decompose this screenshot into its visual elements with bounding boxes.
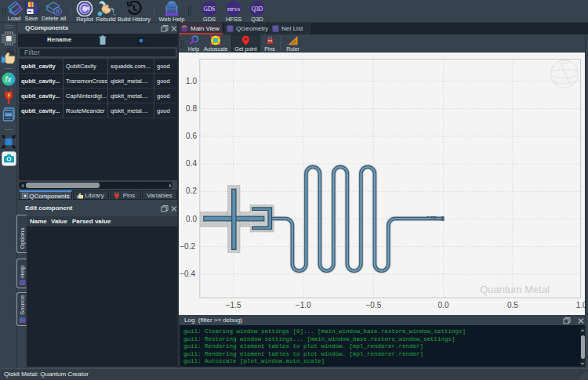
svg-text:LOG: LOG bbox=[5, 114, 12, 117]
svg-text:0.0: 0.0 bbox=[186, 215, 197, 223]
svg-text:0.4: 0.4 bbox=[186, 159, 197, 168]
svg-text:0.8: 0.8 bbox=[186, 104, 197, 113]
svg-text:HFSS: HFSS bbox=[227, 6, 241, 13]
svg-text:−0.4: −0.4 bbox=[180, 270, 195, 278]
svg-text:0.2: 0.2 bbox=[186, 186, 197, 195]
svg-text:−1.5: −1.5 bbox=[226, 301, 241, 309]
svg-text:−1.0: −1.0 bbox=[296, 301, 311, 309]
svg-text:Q3D: Q3D bbox=[252, 5, 263, 13]
svg-text:0.6: 0.6 bbox=[186, 132, 197, 140]
svg-text:0.0: 0.0 bbox=[438, 301, 449, 309]
svg-text:Quantum Metal: Quantum Metal bbox=[480, 284, 550, 295]
svg-text:fx: fx bbox=[5, 75, 13, 84]
svg-text:GDS: GDS bbox=[203, 5, 215, 13]
svg-text:0.5: 0.5 bbox=[507, 301, 518, 309]
svg-text:1.0: 1.0 bbox=[186, 77, 197, 85]
svg-text:−0.2: −0.2 bbox=[180, 242, 195, 251]
svg-text:−0.5: −0.5 bbox=[366, 301, 382, 309]
